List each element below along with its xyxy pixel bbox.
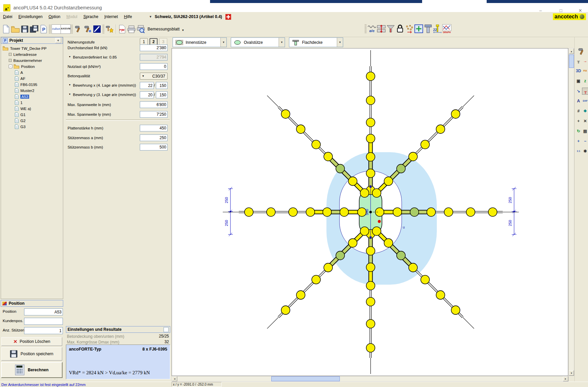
pattern-window-icon[interactable] — [414, 24, 423, 33]
benutzerdefiniert-caret-icon[interactable]: ▼ — [69, 56, 71, 58]
position-field-anz-st-tzen-input[interactable] — [24, 327, 63, 334]
column-section-icon[interactable] — [386, 24, 395, 33]
z-flag-icon[interactable]: z — [582, 78, 588, 84]
graph-icon[interactable]: GRAPH — [442, 24, 452, 33]
color-knot-icon[interactable]: ❖ — [582, 108, 588, 114]
print-setup-icon[interactable]: P — [39, 24, 48, 34]
results-checkbox[interactable] — [164, 327, 169, 332]
position-delete-button[interactable]: ✕ Position Löschen — [1, 337, 62, 346]
menu-internet[interactable]: Internet — [101, 13, 121, 20]
vertical-scroll-thumb[interactable] — [569, 55, 574, 68]
diag-arrow-icon[interactable]: ↘ — [575, 88, 582, 94]
cut-icon[interactable]: ✕ — [582, 118, 588, 124]
combo-caret-icon[interactable]: ▼ — [220, 38, 226, 47]
tree-item-af[interactable]: AF — [15, 76, 25, 81]
menu-datei[interactable]: Datei — [0, 13, 15, 20]
combo-ovalstütze[interactable]: Ovalstütze▼ — [231, 37, 285, 47]
durchstanzlast-input[interactable] — [140, 44, 168, 51]
zoom-out-icon[interactable]: − — [582, 138, 588, 144]
scroll-right-button[interactable]: ► — [563, 376, 568, 381]
bewehrung-x-caret-icon[interactable]: ▼ — [69, 84, 71, 86]
aggregate-icon[interactable] — [405, 24, 414, 33]
stuetzenmass-a-input[interactable] — [140, 134, 168, 141]
anchor-22-icon[interactable]: 22 — [433, 24, 442, 33]
tree-item-g2[interactable]: G2 — [15, 118, 25, 123]
zoom-in-icon[interactable]: + — [575, 138, 582, 144]
tree-item-lieferadresse[interactable]: Lieferadresse — [9, 52, 37, 57]
collapse-panel-button[interactable]: « — [55, 38, 61, 43]
column-elevation-icon[interactable] — [423, 24, 433, 33]
bewehrung-y-caret-icon[interactable]: ▼ — [69, 93, 71, 95]
dxf-icon[interactable]: DXF — [582, 98, 588, 104]
tree-item-1[interactable]: 1 — [15, 100, 22, 105]
position-field-position-input[interactable] — [24, 308, 63, 315]
tree-item-g3[interactable]: G3 — [15, 124, 25, 129]
position-field-kundenpos--input[interactable] — [24, 318, 63, 325]
zoom-one-icon[interactable]: 1:1 — [575, 148, 582, 154]
bewehrung-x-spacing-input[interactable] — [156, 82, 168, 89]
rail-pressed-icon[interactable]: ╥ — [582, 88, 588, 95]
lock-icon[interactable] — [395, 24, 405, 33]
fix-grid-icon[interactable]: FIX — [582, 68, 588, 74]
stuetzenmass-b-input[interactable] — [140, 144, 168, 151]
calculate-button[interactable]: Berechnen — [1, 362, 63, 378]
tree-item-a[interactable]: A — [15, 70, 23, 75]
rails-icon[interactable]: ╥ — [575, 58, 582, 64]
menu-einstellungen[interactable]: Einstellungen — [15, 13, 45, 20]
save-icon[interactable] — [20, 24, 29, 34]
locale-caret[interactable]: ▼ — [149, 15, 152, 18]
naeherungsstufe-button-1[interactable]: 1 — [140, 38, 148, 45]
tree-item-fb6-0195[interactable]: FB6-0195 — [15, 82, 37, 87]
bewehrung-y-diameter-input[interactable] — [140, 91, 154, 98]
combo-flachdecke[interactable]: Flachdecke▼ — [289, 37, 343, 47]
menu-sprache[interactable]: Sprache — [80, 13, 101, 20]
horizontal-scrollbar[interactable]: ◄ ► — [172, 376, 569, 382]
betonqualitaet-combo[interactable]: ▼ C30/37 — [140, 73, 168, 80]
cubus-icon[interactable]: cubus — [52, 24, 61, 34]
naeherungsstufe-button-2[interactable]: 2 — [150, 38, 158, 45]
letter-a-icon[interactable]: A — [575, 98, 582, 104]
tree-item-muster2[interactable]: Muster2 — [15, 88, 34, 93]
new-document-icon[interactable] — [1, 24, 11, 34]
vertical-scrollbar[interactable]: ▲ ▼ — [569, 48, 574, 376]
hammer-icon[interactable] — [74, 24, 83, 34]
open-file-icon[interactable] — [11, 24, 20, 34]
save-all-icon[interactable] — [29, 24, 39, 34]
spannweite-lx-input[interactable] — [140, 101, 168, 108]
edit-note-icon[interactable]: ▤ — [582, 128, 588, 134]
paint-blue-icon[interactable] — [92, 24, 102, 34]
tree-item-tower-tw-decke-pp[interactable]: Tower TW_Decke PP — [3, 45, 46, 51]
tree-item-bauunternehmer[interactable]: Bauunternehmer — [9, 58, 42, 63]
hammer-screw-icon[interactable] — [83, 24, 92, 34]
menu-hilfe[interactable]: Hilfe — [121, 13, 135, 20]
plattenstaerke-input[interactable] — [140, 125, 168, 131]
tree-item-position[interactable]: -Position — [9, 64, 35, 69]
combo-caret-icon[interactable]: ▼ — [279, 38, 285, 47]
pan-hand-icon[interactable]: ✱ — [582, 148, 588, 154]
position-save-button[interactable]: Position speichern — [1, 347, 62, 361]
menu-option[interactable]: Option — [45, 13, 63, 20]
bewehrung-x-diameter-input[interactable] — [140, 82, 154, 89]
tree-item-we-a-[interactable]: WE a) — [15, 106, 31, 111]
anchor-layout-drawing[interactable]: 250250250250500u — [172, 49, 568, 376]
drawing-canvas[interactable]: 250250250250500u — [172, 48, 568, 376]
scroll-down-button[interactable]: ▼ — [569, 370, 574, 376]
combo-innenstütze[interactable]: Innenstütze▼ — [173, 37, 227, 47]
locale-selector[interactable]: Schweiz, SIA262-2013 (Artikel 0.4) — [155, 14, 222, 19]
combo-caret-icon[interactable]: ▼ — [337, 38, 343, 47]
axisvm-icon[interactable]: AXISVM — [61, 24, 70, 34]
print-icon[interactable] — [127, 24, 136, 34]
wizard-tools-icon[interactable] — [105, 24, 114, 34]
export-arrow-icon[interactable]: → — [582, 58, 588, 64]
crosshair-arrow-icon[interactable]: + — [575, 118, 582, 124]
horizontal-scroll-thumb[interactable] — [271, 376, 340, 381]
rebar-oe-icon[interactable]: ø/e — [367, 24, 377, 33]
nutzlast-input[interactable] — [140, 63, 168, 70]
print-preview-icon[interactable] — [136, 24, 145, 34]
bemessungsblatt-control[interactable]: Bemessungsblatt ▼ — [148, 27, 184, 32]
rotate-icon[interactable]: ↻ — [575, 128, 582, 134]
tool-hammer-icon[interactable] — [577, 48, 586, 55]
grid-icon[interactable]: # — [575, 108, 582, 114]
bewehrung-y-spacing-input[interactable] — [156, 91, 168, 98]
tree-item-a53[interactable]: A53 — [15, 94, 29, 99]
